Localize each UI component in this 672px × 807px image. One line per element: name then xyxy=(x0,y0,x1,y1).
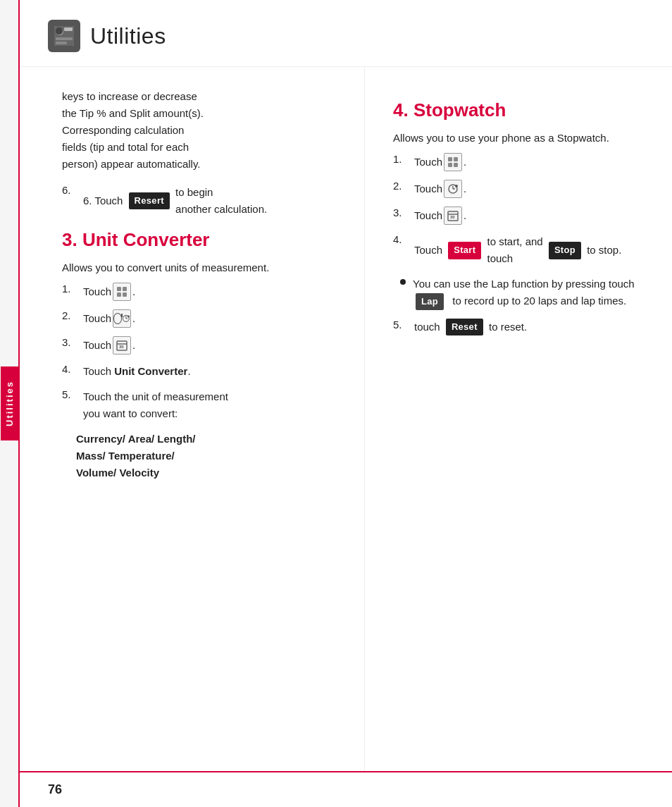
left-step5-label: Touch the unit of measurementyou want to… xyxy=(83,388,228,422)
svg-rect-17 xyxy=(454,157,458,161)
bullet-text: You can use the Lap function by pressing… xyxy=(413,276,644,309)
svg-point-23 xyxy=(455,185,458,187)
svg-rect-6 xyxy=(123,287,127,291)
right-step4-to-start: to start, andtouch xyxy=(487,233,543,267)
stop-button[interactable]: Stop xyxy=(549,242,581,259)
left-step1-content: Touch . xyxy=(83,283,135,301)
left-step4-num: 4. xyxy=(62,363,83,375)
grid-icon-1 xyxy=(113,283,131,301)
currency-line2: Mass/ Temperature/ xyxy=(76,450,175,462)
right-step1-num: 1. xyxy=(393,153,414,165)
page-header: Utilities xyxy=(20,0,672,67)
section3-title: 3. Unit Converter xyxy=(62,229,336,251)
right-step3-content: Touch 30 . xyxy=(414,207,466,225)
right-step5-touch: touch xyxy=(414,319,440,335)
clock-icon-1 xyxy=(113,309,131,328)
step6-num: 6. xyxy=(62,184,83,196)
left-step1-row: 1. Touch . xyxy=(62,283,336,301)
intro-text: keys to increase or decrease the Tip % a… xyxy=(62,88,336,173)
clock-icon-r2 xyxy=(444,180,462,198)
svg-rect-2 xyxy=(64,27,73,31)
left-step5-row: 5. Touch the unit of measurementyou want… xyxy=(62,388,336,422)
right-step3-period: . xyxy=(463,207,466,224)
right-step1-content: Touch . xyxy=(414,153,466,171)
left-step2-num: 2. xyxy=(62,309,83,321)
bullet-dot xyxy=(400,279,406,285)
step6-text: to beginanother calculation. xyxy=(175,184,267,218)
intro-line3: Corresponding calculation xyxy=(62,124,184,136)
svg-point-12 xyxy=(127,316,130,318)
svg-point-1 xyxy=(56,28,63,35)
page: Utilities Utilities keys to increase or … xyxy=(0,0,672,807)
start-button[interactable]: Start xyxy=(448,242,481,259)
right-step2-content: Touch . xyxy=(414,180,466,198)
currency-line1: Currency/ Area/ Length/ xyxy=(76,433,195,445)
right-step4-to-stop: to stop. xyxy=(587,242,621,259)
right-step2-num: 2. xyxy=(393,180,414,192)
left-step2-period: . xyxy=(132,310,135,327)
right-step4-touch: Touch xyxy=(414,242,442,259)
right-step2-row: 2. Touch . xyxy=(393,180,644,198)
right-step4-content: Touch Start to start, andtouch Stop to s… xyxy=(414,233,621,267)
left-step3-content: Touch 30 . xyxy=(83,336,135,355)
right-step2-label: Touch xyxy=(414,180,442,197)
svg-rect-5 xyxy=(117,287,121,291)
step6-label: 6. Touch xyxy=(83,192,123,209)
intro-line4: fields (tip and total for each xyxy=(62,141,189,153)
currency-line3: Volume/ Velocity xyxy=(76,467,159,479)
left-step3-period: . xyxy=(132,337,135,354)
left-step2-label: Touch xyxy=(83,310,111,327)
left-step2-row: 2. Touch . xyxy=(62,309,336,328)
right-step3-row: 3. Touch 30 . xyxy=(393,207,644,225)
right-step1-label: Touch xyxy=(414,154,442,171)
bottom-bar: 76 xyxy=(20,771,672,807)
svg-text:30: 30 xyxy=(450,215,455,219)
svg-rect-19 xyxy=(454,163,458,167)
utilities-icon-inner xyxy=(54,26,74,46)
left-step3-num: 3. xyxy=(62,336,83,348)
lap-button[interactable]: Lap xyxy=(416,293,444,310)
svg-rect-18 xyxy=(448,163,452,167)
utilities-icon xyxy=(48,20,80,52)
left-step2-content: Touch . xyxy=(83,309,135,328)
right-step4-num: 4. xyxy=(393,233,414,245)
right-step2-period: . xyxy=(463,180,466,197)
left-step1-period: . xyxy=(132,283,135,300)
right-step3-label: Touch xyxy=(414,207,442,224)
content-area: keys to increase or decrease the Tip % a… xyxy=(20,67,672,771)
grid-icon-r1 xyxy=(444,153,462,171)
svg-rect-16 xyxy=(448,157,452,161)
section3-intro: Allows you to convert units of measureme… xyxy=(62,259,336,276)
left-step3-row: 3. Touch 30 . xyxy=(62,336,336,355)
svg-rect-7 xyxy=(117,292,121,297)
left-step1-label: Touch xyxy=(83,283,111,300)
step6-row: 6. 6. Touch Resert to beginanother calcu… xyxy=(62,184,336,218)
right-step1-period: . xyxy=(463,154,466,171)
svg-rect-3 xyxy=(56,37,73,40)
sidebar-label: Utilities xyxy=(1,366,18,441)
resert-button[interactable]: Resert xyxy=(129,192,170,210)
reset-button[interactable]: Reset xyxy=(446,319,483,336)
right-step4-row: 4. Touch Start to start, andtouch Stop t… xyxy=(393,233,644,267)
page-title: Utilities xyxy=(90,23,166,49)
right-step5-row: 5. touch Reset to reset. xyxy=(393,319,644,336)
left-step4-row: 4. Touch Unit Converter. xyxy=(62,363,336,380)
intro-line5: person) appear automatically. xyxy=(62,158,201,170)
svg-rect-4 xyxy=(56,42,67,44)
left-step1-num: 1. xyxy=(62,283,83,295)
sidebar-strip: Utilities xyxy=(0,0,20,807)
right-step5-num: 5. xyxy=(393,319,414,331)
left-column: keys to increase or decrease the Tip % a… xyxy=(20,67,365,771)
page-number: 76 xyxy=(48,782,62,797)
svg-rect-8 xyxy=(123,292,127,297)
step6-content: 6. Touch Resert to beginanother calculat… xyxy=(83,184,267,218)
calendar-icon-1: 30 xyxy=(113,336,131,355)
intro-line2: the Tip % and Split amount(s). xyxy=(62,107,204,119)
left-step5-content: Touch the unit of measurementyou want to… xyxy=(83,388,228,422)
section4-title: 4. Stopwatch xyxy=(393,99,644,121)
left-step3-label: Touch xyxy=(83,337,111,354)
bullet-item: You can use the Lap function by pressing… xyxy=(400,276,644,309)
right-step1-row: 1. Touch . xyxy=(393,153,644,171)
section4-intro: Allows you to use your phone as a Stopwa… xyxy=(393,130,644,146)
right-step5-content: touch Reset to reset. xyxy=(414,319,527,336)
